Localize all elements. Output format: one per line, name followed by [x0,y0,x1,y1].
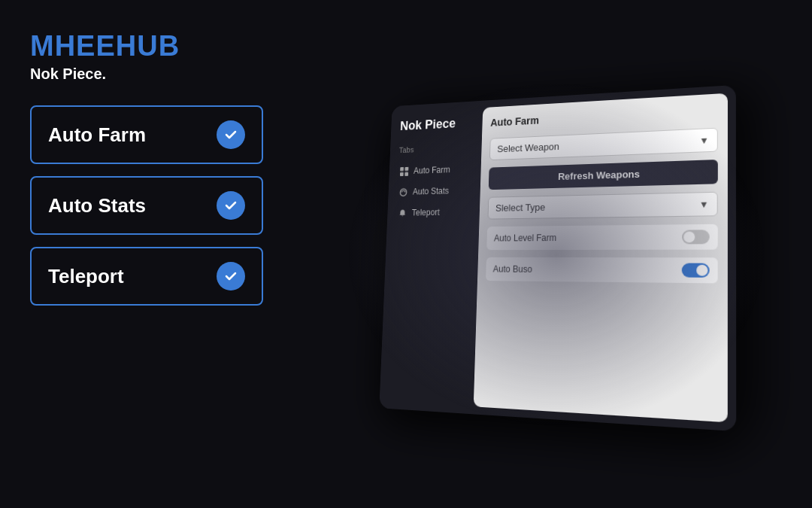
panel-content: Auto Farm Select Weapon ▼ Refresh Weapon… [474,93,728,422]
sidebar-item-auto-stats[interactable]: Auto Stats [397,182,471,199]
tabs-label: Tabs [399,142,473,154]
sidebar-item-teleport[interactable]: Teleport [396,203,471,220]
sidebar-item-auto-farm[interactable]: Auto Farm [398,161,471,179]
panel-3d: Nok Piece Tabs Auto Farm [379,84,736,430]
auto-buso-label: Auto Buso [493,263,532,274]
teleport-button[interactable]: Teleport [30,247,263,306]
auto-stats-check [217,191,245,220]
right-panel: Nok Piece Tabs Auto Farm [286,0,812,508]
sidebar-auto-farm-label: Auto Farm [414,164,450,175]
chevron-down-icon: ▼ [699,134,709,145]
checkmark-icon [223,198,238,213]
logo-part2: HUB [116,30,180,62]
cycle-icon [398,187,408,196]
select-type-label: Slelect Type [495,201,546,213]
grid-icon [399,166,408,175]
auto-stats-button[interactable]: Auto Stats [30,176,263,235]
teleport-check [217,262,245,291]
select-weapon-dropdown[interactable]: Select Weapon ▼ [489,127,718,160]
teleport-label: Teleport [48,265,124,288]
auto-farm-label: Auto Farm [48,123,146,147]
chevron-down-icon: ▼ [699,198,709,209]
bell-icon [398,208,407,217]
panel-sidebar-title: Nok Piece [400,115,474,134]
auto-farm-check [217,120,245,149]
auto-level-farm-label: Auto Level Farm [494,233,557,243]
nav-buttons: Auto Farm Auto Stats Teleport [30,105,263,306]
left-panel: MHEEHUB Nok Piece. Auto Farm Auto Stats … [0,0,286,508]
svg-rect-3 [404,172,408,175]
toggle-knob [683,231,695,242]
toggle-knob [696,264,707,275]
logo-part1: MHEE [30,30,116,62]
subtitle: Nok Piece. [30,65,263,83]
svg-rect-1 [404,166,408,170]
perspective-wrapper: Nok Piece Tabs Auto Farm [368,93,729,416]
auto-buso-toggle[interactable] [682,263,710,277]
select-type-dropdown[interactable]: Slelect Type ▼ [488,191,718,219]
checkmark-icon [223,127,238,142]
auto-stats-label: Auto Stats [48,194,146,217]
svg-rect-0 [400,166,404,170]
svg-rect-2 [400,172,404,175]
auto-farm-button[interactable]: Auto Farm [30,105,263,164]
auto-level-farm-row: Auto Level Farm [486,224,717,249]
auto-level-farm-toggle[interactable] [682,230,710,244]
refresh-weapons-button[interactable]: Refresh Weapons [489,159,718,189]
select-weapon-label: Select Weapon [497,141,559,154]
sidebar-teleport-label: Teleport [412,207,441,217]
svg-point-4 [400,188,407,195]
auto-buso-row: Auto Buso [486,257,718,283]
panel-sidebar: Nok Piece Tabs Auto Farm [379,100,483,414]
sidebar-auto-stats-label: Auto Stats [413,186,450,196]
logo: MHEEHUB [30,30,263,62]
content-title: Auto Farm [490,104,718,128]
checkmark-icon [223,269,238,284]
